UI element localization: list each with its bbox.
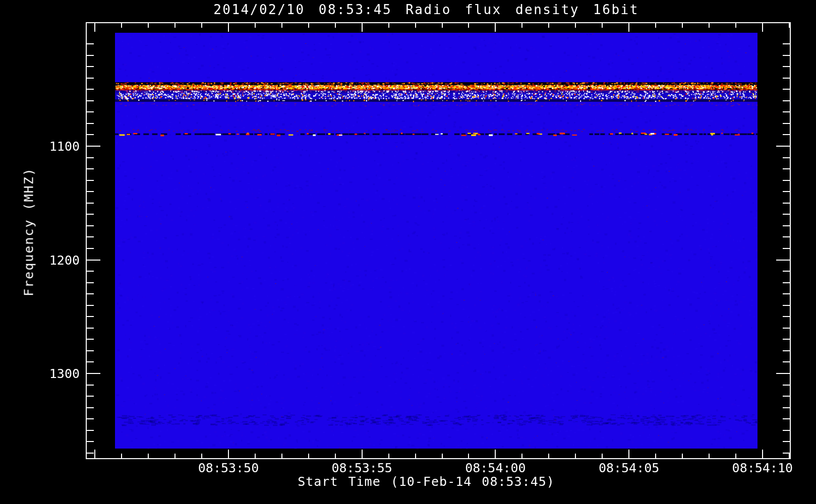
- x-tick-label: 08:54:10: [732, 461, 793, 475]
- x-axis-label: Start Time (10-Feb-14 08:53:45): [298, 474, 555, 489]
- spectrogram-figure: 2014/02/10 08:53:45 Radio flux density 1…: [0, 0, 816, 504]
- x-tick-label: 08:53:50: [198, 461, 259, 475]
- y-tick-label: 1300: [49, 366, 80, 381]
- x-tick-label: 08:53:55: [331, 461, 392, 475]
- y-tick-label: 1100: [49, 139, 80, 154]
- x-tick-label: 08:54:05: [599, 461, 659, 475]
- y-tick-label: 1200: [49, 253, 80, 267]
- x-tick-label: 08:54:00: [465, 461, 526, 475]
- y-axis-label: Frequency (MHZ): [22, 167, 36, 296]
- spectrogram-canvas: [0, 0, 816, 504]
- plot-title: 2014/02/10 08:53:45 Radio flux density 1…: [213, 2, 639, 17]
